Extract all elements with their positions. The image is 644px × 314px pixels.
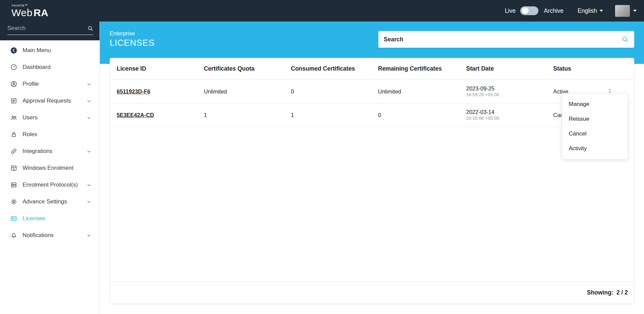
col-actions [604, 58, 634, 80]
sidebar-item-label: Advance Settings [23, 198, 67, 205]
sidebar-item-profile[interactable]: Profile [0, 76, 100, 92]
page-eyebrow: Enterprise [110, 30, 154, 37]
back-circle-icon [10, 47, 17, 54]
id-card-icon [10, 215, 17, 222]
table-empty-space [110, 127, 634, 282]
page-title: LICENSES [110, 38, 154, 48]
sidebar-item-label: Main Menu [23, 47, 51, 54]
brand-small-text: Ascertia™ [11, 4, 48, 7]
topbar: Ascertia™ WebRA Live Archive English [0, 0, 644, 22]
sidebar-item-label: Approval Requests [23, 97, 71, 104]
sidebar-nav: Main Menu Dashboard Profile Approval Req… [0, 40, 100, 244]
chevron-down-icon [86, 233, 91, 238]
sidebar-item-main-menu[interactable]: Main Menu [0, 42, 100, 59]
table-footer: Showing: 2 / 2 [110, 281, 634, 304]
col-license-id: License ID [110, 58, 204, 80]
menu-item-reissue[interactable]: Reissue [562, 112, 628, 126]
showing-label: Showing: [587, 289, 613, 296]
sidebar-search [0, 22, 100, 40]
sidebar-item-enrolment-protocols[interactable]: Enrolment Protocol(s) [0, 176, 100, 193]
search-icon[interactable] [621, 36, 629, 43]
chevron-down-icon [633, 10, 637, 12]
menu-item-cancel[interactable]: Cancel [562, 126, 628, 141]
sidebar-item-dashboard[interactable]: Dashboard [0, 59, 100, 76]
live-label: Live [505, 7, 516, 14]
window-icon [10, 164, 17, 172]
col-start-date: Start Date [466, 58, 553, 80]
sidebar-item-licenses[interactable]: Licenses [0, 210, 100, 227]
sidebar-item-label: Licenses [23, 215, 45, 222]
table-row: 5E3EE42A-CD 1 1 0 2022-03-14 20:15:06 +0… [110, 103, 634, 127]
sidebar-item-approval-requests[interactable]: Approval Requests [0, 92, 100, 109]
sidebar-item-advance-settings[interactable]: Advance Settings [0, 193, 100, 210]
app-logo: Ascertia™ WebRA [11, 4, 48, 18]
sidebar-item-integrations[interactable]: Integrations [0, 143, 100, 160]
licenses-table: License ID Certificates Quota Consumed C… [110, 58, 634, 127]
language-selector[interactable]: English [578, 7, 603, 14]
sidebar-item-label: Profile [23, 81, 39, 87]
sidebar: Main Menu Dashboard Profile Approval Req… [0, 22, 100, 314]
sidebar-item-label: Roles [23, 131, 37, 138]
quota-cell: Unlimited [204, 80, 291, 103]
consumed-cell: 0 [291, 80, 378, 103]
sidebar-item-roles[interactable]: Roles [0, 126, 100, 143]
lock-icon [10, 131, 17, 138]
license-link[interactable]: 6511923D-F6 [117, 88, 150, 94]
chevron-down-icon [86, 183, 91, 188]
sidebar-item-users[interactable]: Users [0, 109, 100, 126]
sidebar-item-label: Users [23, 114, 37, 121]
table-row: 6511923D-F6 Unlimited 0 Unlimited 2023-0… [110, 80, 634, 103]
consumed-cell: 1 [291, 103, 378, 127]
gear-icon [10, 198, 17, 205]
server-icon [10, 181, 17, 189]
sidebar-item-notifications[interactable]: Notifications [0, 227, 100, 244]
chevron-down-icon [86, 149, 91, 154]
live-archive-toggle[interactable] [520, 6, 538, 15]
chevron-down-icon [86, 82, 91, 87]
chevron-down-icon [86, 199, 91, 204]
avatar [615, 5, 630, 17]
topbar-actions: Live Archive English [505, 5, 637, 17]
brand-title: WebRA [11, 7, 48, 18]
menu-item-manage[interactable]: Manage [562, 97, 628, 112]
sidebar-search-input[interactable] [7, 25, 87, 32]
language-label: English [578, 7, 597, 14]
start-date-cell: 2022-03-14 20:15:06 +05:00 [466, 103, 553, 127]
remaining-cell: 0 [378, 103, 466, 127]
clipboard-list-icon [10, 97, 17, 105]
license-link[interactable]: 5E3EE42A-CD [117, 112, 154, 118]
dashboard-icon [10, 64, 17, 71]
menu-item-activity[interactable]: Activity [562, 141, 628, 156]
col-certificates-quota: Certificates Quota [204, 58, 291, 80]
chevron-down-icon [86, 115, 91, 120]
start-date-cell: 2023-09-25 18:59:25 +05:00 [466, 80, 553, 103]
users-icon [10, 114, 17, 121]
col-status: Status [553, 58, 604, 80]
main-content: Enterprise LICENSES License ID [100, 22, 644, 314]
showing-value: 2 / 2 [616, 289, 628, 296]
bell-icon [10, 232, 17, 239]
link-icon [10, 148, 17, 155]
licenses-search [378, 31, 634, 48]
quota-cell: 1 [204, 103, 291, 127]
licenses-card: License ID Certificates Quota Consumed C… [110, 58, 634, 304]
row-context-menu: Manage Reissue Cancel Activity [562, 93, 628, 160]
remaining-cell: Unlimited [378, 80, 466, 103]
user-menu[interactable] [615, 5, 637, 17]
col-remaining-certificates: Remaining Certificates [378, 58, 466, 80]
table-header-row: License ID Certificates Quota Consumed C… [110, 58, 634, 80]
sidebar-item-windows-enrolment[interactable]: Windows Enrolment [0, 160, 100, 176]
chevron-down-icon [600, 10, 603, 12]
sidebar-item-label: Dashboard [23, 64, 50, 71]
col-consumed-certificates: Consumed Certificates [291, 58, 378, 80]
sidebar-item-label: Enrolment Protocol(s) [23, 182, 78, 188]
sidebar-item-label: Integrations [23, 148, 52, 155]
sidebar-item-label: Notifications [23, 232, 54, 239]
toggle-knob [522, 7, 529, 14]
chevron-down-icon [86, 99, 91, 104]
profile-icon [10, 80, 17, 88]
licenses-search-input[interactable] [384, 36, 621, 43]
archive-label: Archive [544, 7, 563, 14]
sidebar-item-label: Windows Enrolment [23, 165, 73, 171]
search-icon[interactable] [87, 25, 93, 32]
